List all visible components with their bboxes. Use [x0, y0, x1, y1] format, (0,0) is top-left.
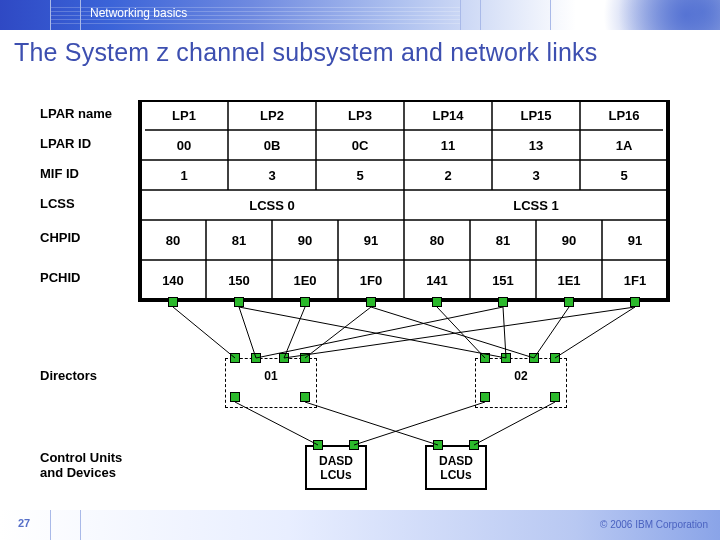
cell-pchid: 141 — [426, 273, 448, 288]
svg-line-23 — [534, 307, 569, 358]
cell-chpid: 81 — [232, 233, 246, 248]
footer-vline — [80, 510, 81, 540]
page-title: The System z channel subsystem and netwo… — [14, 38, 597, 67]
port-square — [300, 297, 310, 307]
cell-lpar-name: LP16 — [608, 108, 639, 123]
label-mif-id: MIF ID — [40, 166, 79, 181]
cell-lpar-id: 1A — [616, 138, 633, 153]
cell-mif-id: 5 — [356, 168, 363, 183]
port-square — [230, 353, 240, 363]
link-lines-layer — [30, 100, 690, 495]
cell-lpar-id: 0B — [264, 138, 281, 153]
port-square — [251, 353, 261, 363]
svg-line-19 — [284, 307, 305, 358]
port-square — [433, 440, 443, 450]
svg-line-26 — [371, 307, 534, 358]
dasd-line1: DASD — [319, 454, 353, 468]
port-square — [564, 297, 574, 307]
port-square — [234, 297, 244, 307]
cell-lpar-name: LP1 — [172, 108, 196, 123]
dasd-line2: LCUs — [440, 468, 471, 482]
banner-vline — [50, 0, 51, 30]
port-square — [550, 392, 560, 402]
port-square — [498, 297, 508, 307]
cell-chpid: 91 — [628, 233, 642, 248]
copyright: © 2006 IBM Corporation — [600, 519, 708, 530]
dasd-line1: DASD — [439, 454, 473, 468]
cell-mif-id: 3 — [532, 168, 539, 183]
port-square — [300, 353, 310, 363]
cell-pchid: 140 — [162, 273, 184, 288]
svg-line-27 — [256, 307, 503, 358]
cell-lpar-name: LP14 — [432, 108, 464, 123]
cell-chpid: 91 — [364, 233, 378, 248]
breadcrumb: Networking basics — [90, 6, 187, 20]
cell-lcss: LCSS 0 — [249, 198, 295, 213]
cell-lpar-name: LP3 — [348, 108, 372, 123]
cell-pchid: 1F1 — [624, 273, 646, 288]
dasd-lcu-box: DASD LCUs — [425, 445, 487, 490]
cell-lpar-name: LP15 — [520, 108, 551, 123]
port-square — [279, 353, 289, 363]
port-square — [313, 440, 323, 450]
port-square — [501, 353, 511, 363]
dasd-line2: LCUs — [320, 468, 351, 482]
cell-mif-id: 3 — [268, 168, 275, 183]
port-square — [366, 297, 376, 307]
svg-line-25 — [239, 307, 506, 358]
port-square — [480, 353, 490, 363]
cell-pchid: 1E1 — [557, 273, 580, 288]
cell-chpid: 80 — [430, 233, 444, 248]
cell-lpar-id: 13 — [529, 138, 543, 153]
cell-mif-id: 5 — [620, 168, 627, 183]
port-square — [469, 440, 479, 450]
footer-vline — [50, 510, 51, 540]
dasd-lcu-box: DASD LCUs — [305, 445, 367, 490]
svg-line-28 — [284, 307, 635, 358]
banner-vline — [80, 0, 81, 30]
svg-line-22 — [503, 307, 506, 358]
cell-chpid: 81 — [496, 233, 510, 248]
svg-line-21 — [437, 307, 485, 358]
port-square — [300, 392, 310, 402]
cell-mif-id: 1 — [180, 168, 187, 183]
cell-mif-id: 2 — [444, 168, 451, 183]
port-square — [630, 297, 640, 307]
cell-lpar-id: 11 — [441, 138, 455, 153]
cell-lpar-name: LP2 — [260, 108, 284, 123]
port-square — [529, 353, 539, 363]
cell-lcss: LCSS 1 — [513, 198, 559, 213]
cell-pchid: 1F0 — [360, 273, 382, 288]
port-square — [349, 440, 359, 450]
cell-pchid: 1E0 — [293, 273, 316, 288]
cell-chpid: 90 — [298, 233, 312, 248]
grid-layer: LP1 LP2 LP3 LP14 LP15 LP16 00 0B 0C 11 1… — [30, 100, 690, 495]
cell-pchid: 150 — [228, 273, 250, 288]
port-square — [168, 297, 178, 307]
cell-chpid: 90 — [562, 233, 576, 248]
banner-vline — [550, 0, 551, 30]
banner-vline — [480, 0, 481, 30]
label-control-units: Control Units and Devices — [40, 450, 122, 480]
label-lpar-name: LPAR name — [40, 106, 112, 121]
cell-pchid: 151 — [492, 273, 514, 288]
svg-line-29 — [235, 402, 318, 445]
svg-line-30 — [305, 402, 438, 445]
svg-line-24 — [555, 307, 635, 358]
svg-line-31 — [354, 402, 485, 445]
label-lpar-id: LPAR ID — [40, 136, 91, 151]
banner-accent — [550, 0, 720, 30]
svg-line-20 — [305, 307, 371, 358]
cell-chpid: 80 — [166, 233, 180, 248]
page-number: 27 — [18, 517, 30, 529]
label-directors: Directors — [40, 368, 97, 383]
cell-lpar-id: 0C — [352, 138, 369, 153]
svg-line-32 — [474, 402, 555, 445]
port-square — [550, 353, 560, 363]
cell-lpar-id: 00 — [177, 138, 191, 153]
svg-line-17 — [173, 307, 235, 358]
channel-subsystem-diagram: LP1 LP2 LP3 LP14 LP15 LP16 00 0B 0C 11 1… — [30, 100, 690, 495]
label-pchid: PCHID — [40, 270, 80, 285]
label-lcss: LCSS — [40, 196, 75, 211]
port-square — [432, 297, 442, 307]
